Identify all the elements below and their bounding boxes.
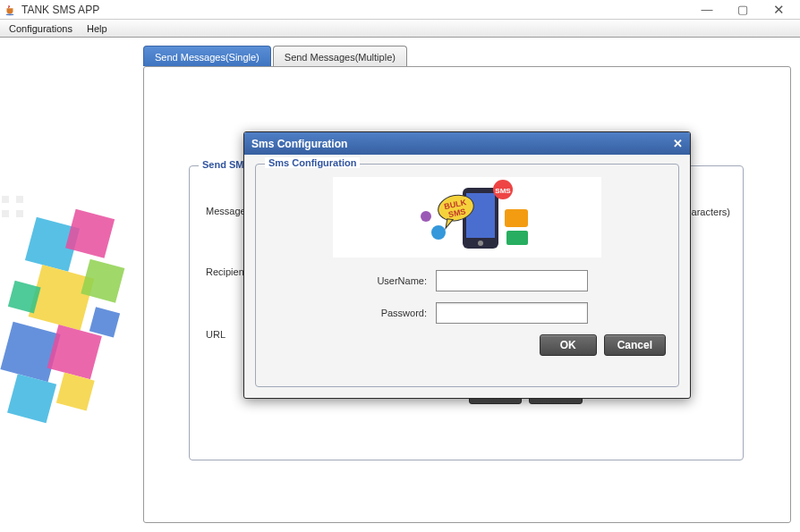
svg-text:SMS: SMS (495, 187, 511, 195)
recipient-label: Recipient (206, 266, 247, 277)
recipient-row: Recipient (206, 266, 247, 277)
dialog-body: Sms Configuration BULK SMS (244, 155, 690, 398)
dialog-inner-group: Sms Configuration BULK SMS (255, 164, 679, 387)
minimize-button[interactable]: — (689, 1, 725, 19)
bulk-sms-banner: BULK SMS SMS (333, 177, 601, 258)
close-button[interactable]: ✕ (761, 1, 796, 19)
java-cup-icon (4, 4, 16, 16)
tab-send-single[interactable]: Send Messages(Single) (143, 46, 271, 66)
svg-rect-5 (16, 210, 23, 217)
cancel-button[interactable]: Cancel (604, 334, 666, 356)
maximize-button[interactable]: ▢ (725, 1, 761, 19)
message-label: Message (206, 206, 246, 216)
password-label: Password: (346, 308, 427, 318)
menu-configurations[interactable]: Configurations (4, 21, 78, 36)
url-row: URL (206, 329, 226, 340)
menubar: Configurations Help (0, 20, 800, 38)
svg-point-19 (478, 241, 483, 246)
titlebar: TANK SMS APP — ▢ ✕ (0, 0, 800, 20)
svg-rect-2 (2, 196, 9, 203)
password-row: Password: (265, 302, 669, 324)
dialog-group-label: Sms Configuration (265, 157, 360, 168)
ok-button[interactable]: OK (540, 334, 597, 356)
tabs: Send Messages(Single) Send Messages(Mult… (143, 45, 409, 65)
svg-rect-4 (2, 210, 9, 217)
menu-help[interactable]: Help (81, 21, 113, 36)
username-input[interactable] (436, 270, 588, 291)
dialog-titlebar[interactable]: Sms Configuration ✕ (244, 132, 690, 155)
dialog-buttons: OK Cancel (265, 334, 669, 356)
username-row: UserName: (265, 270, 669, 291)
svg-rect-27 (506, 231, 528, 245)
svg-point-28 (431, 225, 446, 240)
sms-config-dialog: Sms Configuration ✕ Sms Configuration BU… (243, 131, 691, 399)
svg-rect-26 (505, 209, 528, 227)
tab-send-multiple[interactable]: Send Messages(Multiple) (273, 46, 407, 66)
url-label: URL (206, 329, 226, 340)
message-row: Message (206, 206, 246, 216)
decorative-squares (0, 194, 143, 462)
svg-point-0 (6, 13, 14, 15)
dialog-title-text: Sms Configuration (251, 138, 347, 150)
dialog-close-icon[interactable]: ✕ (673, 137, 683, 150)
password-input[interactable] (436, 302, 588, 324)
svg-point-29 (421, 211, 431, 222)
app-title: TANK SMS APP (21, 4, 689, 16)
window-controls: — ▢ ✕ (689, 1, 796, 19)
svg-rect-3 (16, 196, 23, 203)
username-label: UserName: (346, 275, 427, 286)
app-body: Send Messages(Single) Send Messages(Mult… (0, 38, 800, 532)
